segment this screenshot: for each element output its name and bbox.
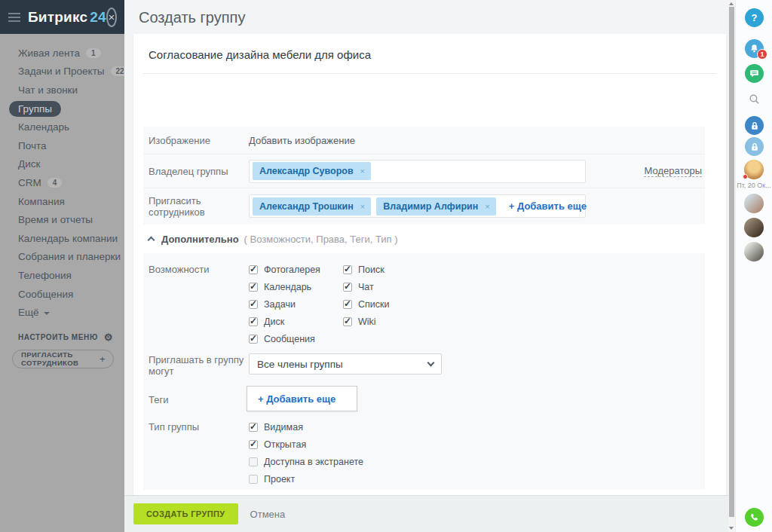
- messenger-button[interactable]: [745, 64, 764, 83]
- sidebar-item-telephony[interactable]: Телефония: [0, 266, 124, 285]
- lock-button[interactable]: [745, 116, 764, 135]
- checkbox-icon[interactable]: [343, 300, 352, 309]
- lock-icon: [749, 121, 760, 131]
- sidebar-item-live-feed[interactable]: Живая лента1: [0, 44, 124, 63]
- logo-suffix: 24: [90, 9, 106, 25]
- caret-down-icon: [44, 312, 50, 315]
- sidebar-item-groups[interactable]: Группы: [0, 99, 124, 118]
- checkbox-icon[interactable]: [249, 423, 258, 432]
- checkbox-extranet[interactable]: Доступна в экстранете: [249, 453, 363, 470]
- moderators-link[interactable]: Модераторы: [644, 165, 702, 177]
- checkbox-icon[interactable]: [249, 265, 258, 274]
- checkbox-search[interactable]: Поиск: [343, 261, 389, 278]
- sidebar: Битрикс24 × Живая лента1 Задачи и Проект…: [0, 0, 124, 532]
- add-image-link[interactable]: Добавить изображение: [249, 135, 355, 146]
- checkbox-calendar[interactable]: Календарь: [249, 278, 320, 295]
- hamburger-menu-icon[interactable]: [8, 17, 20, 18]
- checkbox-icon[interactable]: [249, 300, 258, 309]
- remove-tag-icon[interactable]: ×: [360, 167, 365, 176]
- features-column-2: Поиск Чат Списки Wiki: [343, 261, 389, 330]
- checkbox-icon[interactable]: [249, 457, 258, 466]
- group-type-label: Тип группы: [149, 421, 199, 433]
- sidebar-item-more[interactable]: Ещё: [0, 303, 124, 322]
- invite-policy-select[interactable]: Все члены группы: [249, 353, 442, 375]
- checkbox-icon[interactable]: [249, 475, 258, 484]
- avatar-user[interactable]: [744, 242, 764, 261]
- app-logo: Битрикс24: [28, 9, 106, 26]
- call-button[interactable]: [745, 508, 764, 527]
- sidebar-item-crm[interactable]: CRM4: [0, 173, 124, 192]
- checkbox-drive[interactable]: Диск: [249, 313, 320, 330]
- add-more-invitees-link[interactable]: + Добавить еще: [509, 200, 587, 212]
- checkbox-icon[interactable]: [249, 283, 258, 292]
- close-icon[interactable]: ×: [106, 8, 117, 27]
- invite-input[interactable]: Александр Трошкин× Владимир Алфирин× + Д…: [249, 194, 586, 218]
- sidebar-item-company-calendar[interactable]: Календарь компании: [0, 229, 124, 248]
- sidebar-item-calendar[interactable]: Календарь: [0, 118, 124, 136]
- scrollbar-thumb[interactable]: [729, 7, 734, 517]
- app-header: Битрикс24 ×: [0, 0, 124, 34]
- date-label: Пт, 20 Ок...: [736, 182, 772, 189]
- page-title: Создать группу: [139, 9, 245, 26]
- group-name-input[interactable]: Согласование дизайна мебели для офиса: [149, 48, 371, 61]
- checkbox-tasks[interactable]: Задачи: [249, 295, 320, 313]
- avatar-user[interactable]: [744, 194, 764, 213]
- chevron-down-icon: [427, 359, 435, 366]
- vertical-scrollbar[interactable]: [728, 0, 735, 532]
- owner-tag: Александр Суворов×: [253, 162, 371, 180]
- checkbox-project[interactable]: Проект: [249, 470, 363, 488]
- additional-panel: Возможности Фотогалерея Календарь Задачи…: [143, 253, 705, 490]
- checkbox-icon[interactable]: [249, 335, 258, 344]
- add-tags-button[interactable]: + Добавить еще: [247, 386, 357, 411]
- checkbox-visible[interactable]: Видимая: [249, 418, 363, 436]
- owner-input[interactable]: Александр Суворов×: [249, 160, 586, 183]
- search-icon: [748, 93, 761, 105]
- chat-icon: [749, 68, 760, 79]
- sidebar-item-company[interactable]: Компания: [0, 192, 124, 211]
- checkbox-messages[interactable]: Сообщения: [249, 330, 320, 347]
- configure-menu-button[interactable]: НАСТРОИТЬ МЕНЮ ⚙: [0, 332, 124, 343]
- owner-label: Владелец группы: [149, 166, 249, 177]
- sidebar-item-time-reports[interactable]: Время и отчеты: [0, 210, 124, 229]
- invite-row: Пригласить сотрудников Александр Трошкин…: [143, 188, 705, 224]
- sidebar-item-chat-calls[interactable]: Чат и звонки: [0, 81, 124, 99]
- checkbox-open[interactable]: Открытая: [249, 436, 363, 453]
- owner-row: Владелец группы Александр Суворов× Модер…: [143, 154, 705, 188]
- avatar-user[interactable]: [744, 218, 764, 237]
- invite-employees-button[interactable]: ПРИГЛАСИТЬ СОТРУДНИКОВ +: [12, 350, 114, 368]
- checkbox-icon[interactable]: [343, 317, 352, 326]
- scroll-down-arrow[interactable]: [729, 527, 734, 530]
- checkbox-icon[interactable]: [249, 440, 258, 449]
- checkbox-chat[interactable]: Чат: [343, 278, 389, 295]
- notification-badge: 1: [757, 49, 767, 60]
- create-group-slider: Создать группу Согласование дизайна мебе…: [124, 0, 728, 532]
- remove-tag-icon[interactable]: ×: [360, 202, 365, 211]
- remove-tag-icon[interactable]: ×: [485, 202, 489, 211]
- avatar-current-user[interactable]: [744, 160, 764, 179]
- checkbox-icon[interactable]: [343, 283, 352, 292]
- sidebar-item-drive[interactable]: Диск: [0, 155, 124, 174]
- members-panel: Изображение Добавить изображение Владеле…: [143, 127, 705, 225]
- sidebar-item-meetings[interactable]: Собрания и планерки: [0, 248, 124, 267]
- sidebar-item-tasks-projects[interactable]: Задачи и Проекты22: [0, 63, 124, 81]
- checkbox-photo-gallery[interactable]: Фотогалерея: [249, 261, 320, 278]
- checkbox-lists[interactable]: Списки: [343, 295, 389, 313]
- search-button[interactable]: [745, 90, 764, 109]
- scroll-up-arrow[interactable]: [729, 2, 734, 5]
- invite-policy-label: Приглашать в группу могут: [149, 354, 247, 377]
- cancel-button[interactable]: Отмена: [250, 509, 286, 520]
- help-button[interactable]: ?: [745, 8, 764, 27]
- create-group-button[interactable]: СОЗДАТЬ ГРУППУ: [133, 503, 238, 524]
- checkbox-icon[interactable]: [249, 317, 258, 326]
- notifications-button[interactable]: 1: [745, 39, 764, 58]
- additional-section-toggle[interactable]: Дополнительно ( Возможности, Права, Теги…: [149, 225, 398, 253]
- features-column-1: Фотогалерея Календарь Задачи Диск Сообще…: [249, 261, 320, 347]
- invite-label: Пригласить сотрудников: [149, 195, 249, 218]
- sidebar-item-mail[interactable]: Почта: [0, 136, 124, 155]
- lock-light-button[interactable]: [745, 137, 764, 156]
- counter-badge: 1: [86, 48, 101, 58]
- checkbox-icon[interactable]: [343, 265, 352, 274]
- sidebar-item-messages[interactable]: Сообщения: [0, 285, 124, 304]
- checkbox-wiki[interactable]: Wiki: [343, 313, 389, 330]
- divider: [143, 73, 716, 74]
